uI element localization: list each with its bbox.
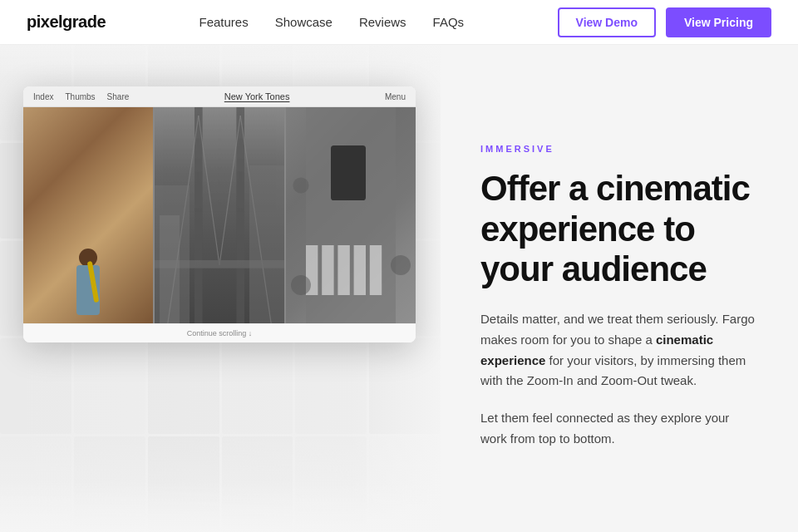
continue-scrolling-label: Continue scrolling ↓ [23,323,416,342]
photo-panel-musician [23,107,153,323]
svg-rect-15 [337,245,349,295]
hero-body-2: Let them feel connected as they explore … [480,408,758,450]
photo-panel-bridge [155,107,284,323]
hero-body-1: Details matter, and we treat them seriou… [480,309,758,392]
mockup-menu: Menu [385,92,406,101]
svg-rect-0 [195,107,203,323]
mockup-share: Share [107,92,130,101]
mockup-title: New York Tones [224,91,290,101]
photo-panel-aerial [286,107,416,323]
nav-features[interactable]: Features [199,15,248,29]
svg-rect-11 [306,107,396,323]
left-fade-top [0,45,441,78]
mockup-photo-panels [23,107,416,323]
svg-rect-1 [236,107,244,323]
header: pixelgrade Features Showcase Reviews FAQ… [0,0,798,45]
svg-rect-8 [249,165,284,323]
svg-rect-16 [354,245,366,295]
nav: Features Showcase Reviews FAQs [199,15,464,29]
logo: pixelgrade [27,12,106,32]
mockup-nav-left: Index Thumbs Share [33,92,129,101]
left-panel: Index Thumbs Share New York Tones Menu [0,45,441,532]
section-tag: IMMERSIVE [480,144,758,154]
svg-point-18 [291,275,311,295]
hero-heading: Offer a cinematic experience to your aud… [480,169,758,289]
browser-mockup: Index Thumbs Share New York Tones Menu [23,86,416,342]
view-demo-button[interactable]: View Demo [558,7,656,37]
svg-point-20 [293,177,308,193]
main-content: Index Thumbs Share New York Tones Menu [0,45,798,532]
nav-faqs[interactable]: FAQs [433,15,465,29]
mockup-thumbs: Thumbs [65,92,95,101]
svg-rect-17 [370,245,382,295]
svg-point-19 [391,255,411,275]
left-fade-bottom [0,482,441,532]
musician-figure [63,207,113,315]
mockup-index: Index [33,92,53,101]
nav-showcase[interactable]: Showcase [275,15,332,29]
svg-rect-9 [160,215,180,323]
svg-rect-12 [331,145,366,200]
header-actions: View Demo View Pricing [558,7,771,37]
nav-reviews[interactable]: Reviews [359,15,406,29]
bold-text: cinematic experience [480,332,713,367]
svg-rect-14 [322,245,333,295]
right-panel: IMMERSIVE Offer a cinematic experience t… [441,45,798,532]
view-pricing-button[interactable]: View Pricing [666,7,771,37]
mockup-browser-bar: Index Thumbs Share New York Tones Menu [23,86,416,107]
